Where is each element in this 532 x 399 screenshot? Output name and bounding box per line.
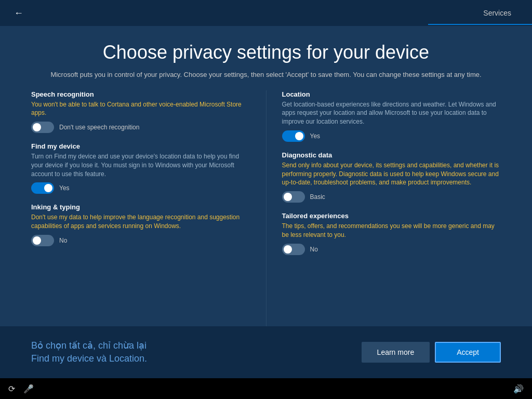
taskbar-right: 🔊 xyxy=(513,384,524,394)
diagnostic-data-title: Diagnostic data xyxy=(282,151,501,159)
inking-typing-desc: Don't use my data to help improve the la… xyxy=(31,213,250,231)
location-toggle-knob xyxy=(295,132,303,140)
inking-typing-title: Inking & typing xyxy=(31,203,250,211)
learn-more-button[interactable]: Learn more xyxy=(362,342,430,363)
back-icon: ← xyxy=(14,8,23,19)
page-subtitle: Microsoft puts you in control of your pr… xyxy=(50,70,481,80)
location-desc: Get location-based experiences like dire… xyxy=(282,100,501,126)
speech-recognition-toggle[interactable] xyxy=(31,122,54,133)
find-my-device-toggle[interactable] xyxy=(31,182,54,194)
taskbar-mic-icon[interactable]: 🎤 xyxy=(23,384,34,394)
speech-recognition-toggle-knob xyxy=(33,123,41,131)
setting-speech-recognition: Speech recognition You won't be able to … xyxy=(31,90,250,134)
find-my-device-toggle-row: Yes xyxy=(31,182,250,194)
diagnostic-data-toggle-knob xyxy=(284,193,292,201)
bottom-area: Bỏ chọn tất cả, chỉ chừa lại Find my dev… xyxy=(0,326,532,378)
find-my-device-toggle-knob xyxy=(44,184,52,192)
taskbar-sync-icon[interactable]: ⟳ xyxy=(8,384,15,394)
setting-inking-typing: Inking & typing Don't use my data to hel… xyxy=(31,203,250,246)
tailored-experiences-toggle-row: No xyxy=(282,244,501,255)
location-label: Yes xyxy=(310,132,321,140)
taskbar-volume-icon[interactable]: 🔊 xyxy=(513,384,524,393)
tailored-experiences-title: Tailored experiences xyxy=(282,212,501,220)
location-title: Location xyxy=(282,90,501,98)
tailored-experiences-desc: The tips, offers, and recommendations yo… xyxy=(282,222,501,240)
taskbar: ⟳ 🎤 🔊 xyxy=(0,378,532,399)
setting-location: Location Get location-based experiences … xyxy=(282,90,501,142)
speech-recognition-title: Speech recognition xyxy=(31,90,250,98)
find-my-device-title: Find my device xyxy=(31,142,250,150)
tailored-experiences-label: No xyxy=(310,246,318,253)
topbar-title: Services xyxy=(483,9,511,17)
top-bar: ← Services xyxy=(0,0,532,26)
speech-recognition-toggle-row: Don't use speech recognition xyxy=(31,122,250,133)
tailored-experiences-toggle[interactable] xyxy=(282,244,305,255)
bottom-hint-line2: Find my device và Location. xyxy=(31,352,147,365)
main-content: Choose privacy settings for your device … xyxy=(0,26,532,326)
taskbar-left: ⟳ 🎤 xyxy=(8,384,34,394)
topbar-underline xyxy=(428,24,532,25)
location-toggle-row: Yes xyxy=(282,130,501,142)
back-button[interactable]: ← xyxy=(10,5,27,21)
setting-tailored-experiences: Tailored experiences The tips, offers, a… xyxy=(282,212,501,255)
setting-find-my-device: Find my device Turn on Find my device an… xyxy=(31,142,250,194)
inking-typing-label: No xyxy=(59,237,67,244)
settings-area: Speech recognition You won't be able to … xyxy=(31,90,501,327)
inking-typing-toggle[interactable] xyxy=(31,235,54,246)
diagnostic-data-toggle[interactable] xyxy=(282,191,305,203)
bottom-hint: Bỏ chọn tất cả, chỉ chừa lại Find my dev… xyxy=(31,339,147,365)
inking-typing-toggle-knob xyxy=(33,236,41,245)
diagnostic-data-desc: Send only info about your device, its se… xyxy=(282,161,501,187)
settings-right-column: Location Get location-based experiences … xyxy=(267,90,501,327)
speech-recognition-desc: You won't be able to talk to Cortana and… xyxy=(31,100,250,118)
bottom-buttons: Learn more Accept xyxy=(362,342,501,363)
diagnostic-data-label: Basic xyxy=(310,193,325,201)
bottom-hint-line1: Bỏ chọn tất cả, chỉ chừa lại xyxy=(31,339,147,352)
speech-recognition-label: Don't use speech recognition xyxy=(59,124,139,131)
setting-diagnostic-data: Diagnostic data Send only info about you… xyxy=(282,151,501,203)
diagnostic-data-toggle-row: Basic xyxy=(282,191,501,203)
find-my-device-label: Yes xyxy=(59,184,70,192)
location-toggle[interactable] xyxy=(282,130,305,142)
find-my-device-desc: Turn on Find my device and use your devi… xyxy=(31,152,250,178)
settings-left-column: Speech recognition You won't be able to … xyxy=(31,90,266,327)
accept-button[interactable]: Accept xyxy=(435,342,501,363)
page-title: Choose privacy settings for your device xyxy=(31,42,501,63)
tailored-experiences-toggle-knob xyxy=(284,245,292,254)
inking-typing-toggle-row: No xyxy=(31,235,250,246)
